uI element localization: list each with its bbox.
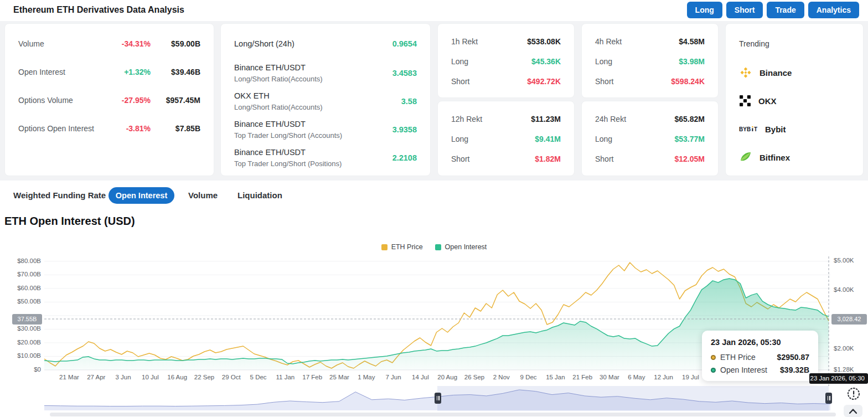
tab-weighted-funding-rate[interactable]: Weighted Funding Rate [13,187,106,204]
tab-volume[interactable]: Volume [188,187,218,204]
stats-change: -34.31% [110,39,151,48]
legend-item-eth-price[interactable]: ETH Price [381,243,423,251]
rekt-long-value: $9.41M [535,135,561,143]
okx-icon-wrap [739,95,751,107]
rekt-short: Short$12.05M [595,154,705,164]
ratio-label: Binance ETH/USDT [234,148,342,157]
header-button-analytics[interactable]: Analytics [808,2,859,18]
rekt-long: Long$45.36K [451,56,561,66]
binance-icon-wrap [739,66,752,79]
stats-row: Options Open Interest-3.81%$7.85B [18,123,200,133]
binance-logo-icon [739,66,752,79]
ratio-row: OKX ETHLong/Short Ratio(Accounts)3.58 [234,91,417,112]
tab-open-interest[interactable]: Open Interest [108,187,174,204]
rekt-short-label: Short [595,155,675,163]
rekt-short-label: Short [451,77,527,86]
stats-cards-band: Volume-34.31%$59.00BOpen Interest+1.32%$… [0,21,868,181]
legend-item-open-interest[interactable]: Open Interest [435,243,487,251]
rekt-long: Long$9.41M [451,134,561,144]
okx-logo-icon [739,95,751,107]
rekt-total: 1h Rekt$538.08K [451,37,561,47]
stats-value: $957.45M [151,96,200,105]
rekt-total-label: 1h Rekt [451,37,527,46]
chart-tooltip: 23 Jan 2026, 05:30 ETH Price $2950.87 Op… [702,331,818,381]
header-button-trade[interactable]: Trade [767,2,804,18]
stats-row: Options Volume-27.95%$957.45M [18,95,200,105]
tab-liquidation[interactable]: Liquidation [237,187,282,204]
ratio-label-group: OKX ETHLong/Short Ratio(Accounts) [234,91,323,111]
bybit-logo-icon: BYBT [739,125,758,133]
ratio-row: Binance ETH/USDTLong/Short Ratio(Account… [234,63,417,84]
rekt-card-24h: 24h Rekt$65.82MLong$53.77MShort$12.05M [581,101,719,176]
bitfinex-logo-icon [739,151,752,164]
bybit-icon-wrap: BYBT [739,125,758,133]
ratio-value: 3.4583 [392,69,417,78]
rekt-short: Short$598.24K [595,76,705,86]
rekt-long: Long$53.77M [595,134,705,144]
header-button-long[interactable]: Long [687,2,722,18]
legend-swatch-icon [435,244,441,250]
legend-label: ETH Price [391,243,423,251]
exchange-name: Bitfinex [760,153,790,162]
tooltip-date: 23 Jan 2026, 05:30 [711,338,809,347]
rekt-short-value: $12.05M [675,155,705,163]
ratio-label: OKX ETH [234,91,323,100]
ratio-sublabel: Long/Short Ratio(Accounts) [234,103,323,111]
crosshair-date-badge: 23 Jan 2026, 05:30 [809,373,868,384]
rekt-short-value: $492.72K [527,77,561,86]
stats-value: $39.46B [151,68,200,76]
trending-exchange-binance[interactable]: Binance [739,65,792,80]
trending-exchanges-card: Trending BinanceOKXBYBTBybitBitfinex [725,23,864,176]
rekt-total: 12h Rekt$11.23M [451,114,561,124]
rekt-card-1h: 1h Rekt$538.08KLong$45.36KShort$492.72K [437,23,575,98]
navigator-left-handle[interactable] [435,393,441,404]
trending-exchange-okx[interactable]: OKX [739,94,777,108]
stats-row: Open Interest+1.32%$39.46B [18,67,200,77]
tooltip-row-open-interest: Open Interest $39.32B [711,365,809,374]
rekt-total: 24h Rekt$65.82M [595,114,705,124]
ratio-label: Binance ETH/USDT [234,120,342,128]
horizontal-scrollbar[interactable] [50,413,836,416]
ratio-label-group: Long/Short (24h) [234,39,294,48]
ratio-row: Long/Short (24h)0.9654 [234,39,417,49]
navigator-right-handle[interactable] [825,393,832,404]
ratio-label: Binance ETH/USDT [234,63,323,72]
rekt-card-4h: 4h Rekt$4.58MLong$3.98MShort$598.24K [581,23,719,98]
chart-title: ETH Open Interest (USD) [4,215,135,228]
rekt-long-label: Long [451,57,531,66]
ratio-label-group: Binance ETH/USDTLong/Short Ratio(Account… [234,63,323,83]
ratio-value: 3.58 [401,97,417,106]
rekt-total-value: $65.82M [675,115,705,123]
trending-exchange-bitfinex[interactable]: Bitfinex [739,150,790,164]
rekt-long-value: $3.98M [679,57,705,66]
crosshair-left-axis-badge: 37.55B [12,314,42,325]
legend-label: Open Interest [445,243,487,251]
rekt-total-value: $11.23M [531,115,561,123]
rekt-long: Long$3.98M [595,56,705,66]
rekt-total-label: 4h Rekt [595,37,679,46]
stats-label: Options Open Interest [18,124,110,133]
ratio-value: 0.9654 [392,39,417,48]
stats-change: +1.32% [110,68,151,76]
rekt-total-value: $4.58M [679,37,705,46]
stats-change: -3.81% [110,124,151,133]
stats-value: $7.85B [151,124,200,133]
rekt-short-value: $1.82M [535,155,561,163]
page-header: Ethereum ETH Derivatives Data Analysis L… [0,0,868,21]
rekt-long-value: $45.36K [531,57,561,66]
header-button-short[interactable]: Short [726,2,763,18]
ratio-sublabel: Top Trader Long/Short (Positions) [234,159,342,168]
rekt-short: Short$1.82M [451,154,561,164]
rekt-total-label: 24h Rekt [595,115,675,123]
ratio-label-group: Binance ETH/USDTTop Trader Long/Short (P… [234,148,342,168]
chart-navigator[interactable] [0,386,868,411]
ratio-value: 2.2108 [392,153,417,162]
ratio-label: Long/Short (24h) [234,39,294,48]
rekt-total-value: $538.08K [527,37,561,46]
trending-exchange-bybit[interactable]: BYBTBybit [739,122,786,136]
ratio-row: Binance ETH/USDTTop Trader Long/Short (P… [234,147,417,168]
eth-price-dot-icon [711,355,716,360]
ratio-sublabel: Long/Short Ratio(Accounts) [234,75,323,83]
rekt-short-label: Short [451,155,535,163]
ratio-row: Binance ETH/USDTTop Trader Long/Short (A… [234,119,417,140]
